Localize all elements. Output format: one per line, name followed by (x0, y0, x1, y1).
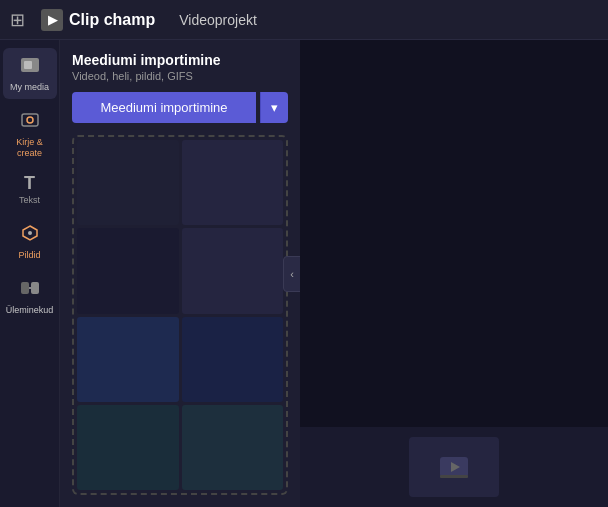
chevron-left-icon: ‹ (290, 268, 294, 280)
sidebar-label-pildid: Pildid (18, 250, 40, 261)
sidebar-item-kirje[interactable]: Kirje &create (3, 103, 57, 165)
logo-icon: ▶ (41, 9, 63, 31)
sidebar-item-pildid[interactable]: Pildid (3, 216, 57, 267)
sidebar-label-my-media: My media (10, 82, 49, 93)
svg-rect-5 (21, 282, 29, 294)
sidebar-label-tekst: Tekst (19, 195, 40, 206)
main-area: My media Kirje &create T Tekst Pild (0, 40, 608, 507)
import-dropdown-button[interactable]: ▾ (260, 92, 288, 123)
kirje-icon (19, 109, 41, 134)
panel-subtitle: Videod, heli, pildid, GIFS (72, 70, 288, 82)
panel-title: Meediumi importimine (72, 52, 288, 68)
media-cell-2 (182, 140, 284, 225)
svg-rect-1 (24, 61, 32, 69)
project-name[interactable]: Videoprojekt (179, 12, 257, 28)
sidebar-label-uleminekud: Üleminekud (6, 305, 54, 316)
svg-rect-8 (440, 475, 468, 478)
media-cell-3 (77, 228, 179, 313)
media-cell-7 (77, 405, 179, 490)
bottom-thumbnail-strip (300, 427, 608, 507)
my-media-icon (19, 54, 41, 79)
media-grid (72, 135, 288, 495)
import-button-row: Meediumi importimine ▾ (72, 92, 288, 123)
media-cell-5 (77, 317, 179, 402)
sidebar-label-kirje: Kirje &create (16, 137, 43, 159)
pildid-icon (19, 222, 41, 247)
editor-canvas-area (300, 40, 608, 507)
sidebar-item-uleminekud[interactable]: Üleminekud (3, 271, 57, 322)
media-cell-8 (182, 405, 284, 490)
tekst-icon: T (24, 174, 35, 192)
grid-icon[interactable]: ⊞ (10, 9, 25, 31)
svg-rect-6 (31, 282, 39, 294)
media-cell-1 (77, 140, 179, 225)
media-cell-4 (182, 228, 284, 313)
svg-point-3 (27, 117, 33, 123)
app-name: Clip champ (69, 11, 155, 29)
uleminekud-icon (19, 277, 41, 302)
sidebar: My media Kirje &create T Tekst Pild (0, 40, 60, 507)
sidebar-item-tekst[interactable]: T Tekst (3, 168, 57, 212)
svg-rect-2 (22, 114, 38, 126)
media-panel: Meediumi importimine Videod, heli, pildi… (60, 40, 300, 507)
import-media-button[interactable]: Meediumi importimine (72, 92, 256, 123)
sidebar-item-my-media[interactable]: My media (3, 48, 57, 99)
topbar: ⊞ ▶ Clip champ Videoprojekt (0, 0, 608, 40)
app-logo: ▶ Clip champ (41, 9, 155, 31)
timeline-thumbnail (409, 437, 499, 497)
svg-point-4 (28, 231, 32, 235)
panel-collapse-button[interactable]: ‹ (283, 256, 300, 292)
media-cell-6 (182, 317, 284, 402)
